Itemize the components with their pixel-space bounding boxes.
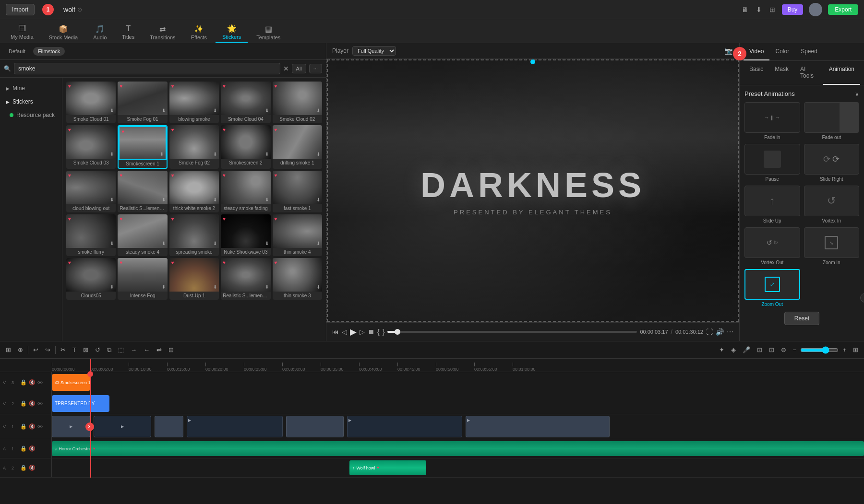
- tab-effects[interactable]: ✨ Effects: [184, 22, 214, 43]
- anim-item-slide-up[interactable]: ↑ Slide Up: [744, 186, 800, 223]
- mark-out-button[interactable]: }: [383, 328, 385, 336]
- forward-button[interactable]: →: [129, 345, 139, 354]
- copy-button[interactable]: ⧉: [105, 345, 113, 355]
- sticker-item-25[interactable]: ♥⬇thin smoke 3: [273, 258, 322, 300]
- track-v2-eye[interactable]: 👁: [37, 401, 43, 407]
- text-button[interactable]: T: [71, 345, 78, 354]
- zoom-out-tl-button[interactable]: −: [791, 345, 799, 354]
- sticker-item-14[interactable]: ♥⬇steady smoke fading: [221, 171, 270, 212]
- frame-forward-button[interactable]: ▷: [360, 328, 365, 336]
- video-segment-6[interactable]: ▶: [347, 416, 462, 437]
- sticker-item-5[interactable]: ♥⬇Smoke Cloud 02: [273, 82, 322, 123]
- track-a2-lock[interactable]: 🔒: [20, 465, 27, 471]
- sticker-item-2[interactable]: ♥⬇Smoke Fog 01: [118, 82, 167, 123]
- sticker-item-18[interactable]: ♥⬇spreading smoke: [169, 214, 219, 256]
- anim-item-zoom-in[interactable]: ⤡ Zoom In: [804, 227, 860, 265]
- magnet-button[interactable]: ⊕: [16, 345, 25, 354]
- frame-back-button[interactable]: ◁: [342, 328, 347, 336]
- grid-view-button[interactable]: ⊞: [851, 345, 860, 354]
- sticker-item-4[interactable]: ♥⬇Smoke Cloud 04: [221, 82, 270, 123]
- right-tab-speed[interactable]: Speed: [795, 43, 823, 60]
- mark-in-button[interactable]: {: [377, 328, 380, 336]
- track-a1-mute[interactable]: 🔇: [29, 445, 36, 452]
- play-button[interactable]: ▶: [350, 327, 357, 337]
- text-clip[interactable]: T PRESENTED BY: [52, 395, 109, 412]
- tab-titles[interactable]: T Titles: [115, 22, 141, 43]
- sticker-item-22[interactable]: ♥⬇Intense Fog: [118, 258, 167, 300]
- mirror-button[interactable]: ⇌: [155, 345, 164, 354]
- buy-button[interactable]: Buy: [782, 4, 804, 15]
- import-button[interactable]: Import: [6, 4, 35, 15]
- monitor-icon[interactable]: 🖥: [741, 5, 749, 14]
- pip-button[interactable]: ⊡: [767, 345, 776, 354]
- anim-item-zoom-out[interactable]: ⤢ Zoom Out: [744, 269, 800, 307]
- zoom-in-tl-button[interactable]: +: [840, 345, 848, 354]
- track-v1-mute[interactable]: 🔇: [29, 423, 36, 430]
- undo-button[interactable]: ↩: [31, 345, 40, 354]
- video-segment-2[interactable]: ▶: [94, 416, 151, 437]
- sticker-item-7[interactable]: ♥⬇Smokescreen 1: [118, 125, 167, 169]
- remove-audio-button[interactable]: ⊖: [779, 345, 788, 354]
- screenshot-button[interactable]: 📷: [723, 46, 733, 56]
- sticker-item-23[interactable]: ♥⬇Dust-Up 1: [169, 258, 219, 300]
- sub-tab-ai-tools[interactable]: AI Tools: [794, 61, 823, 85]
- sticker-item-13[interactable]: ♥⬇thick white smoke 2: [169, 171, 219, 212]
- sticker-item-15[interactable]: ♥⬇fast smoke 1: [273, 171, 322, 212]
- preset-collapse-button[interactable]: ∨: [855, 91, 859, 97]
- sticker-item-20[interactable]: ♥⬇thin smoke 4: [273, 214, 322, 256]
- tab-filmstock[interactable]: Filmstock: [33, 47, 65, 56]
- sidebar-item-mine[interactable]: ▶ Mine: [0, 82, 62, 95]
- search-input[interactable]: [14, 63, 280, 74]
- quality-select[interactable]: Full Quality Half Quality: [352, 46, 396, 56]
- track-v1-eye[interactable]: 👁: [37, 424, 43, 430]
- wolf-howl-clip[interactable]: ♪ Wolf howl ♥: [349, 460, 426, 475]
- speaker-button[interactable]: 🔊: [716, 328, 724, 336]
- right-tab-video[interactable]: Video: [744, 43, 769, 60]
- transform-button[interactable]: ⊠: [81, 345, 90, 354]
- sticker-item-19[interactable]: ♥⬇Nuke Shockwave 03: [221, 214, 270, 256]
- loop-button[interactable]: ↺: [93, 345, 102, 354]
- frame-button[interactable]: ⬚: [116, 345, 126, 354]
- more-controls-button[interactable]: ⋯: [727, 328, 733, 336]
- layout-icon[interactable]: ⊞: [768, 5, 776, 14]
- anim-item-pause[interactable]: Pause: [744, 144, 800, 182]
- reset-button[interactable]: Reset: [784, 312, 819, 325]
- track-v2-mute[interactable]: 🔇: [29, 400, 36, 407]
- video-segment-5[interactable]: [286, 416, 344, 437]
- download-icon[interactable]: ⬇: [755, 5, 763, 14]
- sticker-item-21[interactable]: ♥⬇Clouds05: [66, 258, 116, 300]
- track-v3-eye[interactable]: 👁: [37, 380, 43, 386]
- effects-button[interactable]: ✦: [717, 345, 726, 354]
- tab-stock-media[interactable]: 📦 Stock Media: [42, 22, 85, 43]
- track-v3-mute[interactable]: 🔇: [29, 379, 36, 386]
- redo-button[interactable]: ↪: [43, 345, 52, 354]
- track-v3-lock[interactable]: 🔒: [20, 379, 27, 386]
- export-frame-button[interactable]: ⊡: [755, 345, 764, 354]
- sub-tab-animation[interactable]: Animation: [823, 61, 860, 85]
- anim-item-slide-right[interactable]: ⟳ ⟳ Slide Right: [804, 144, 860, 182]
- sub-tab-mask[interactable]: Mask: [769, 61, 794, 85]
- tab-transitions[interactable]: ⇄ Transitions: [143, 22, 182, 43]
- anim-item-fade-in[interactable]: → || → Fade in: [744, 102, 800, 140]
- tab-my-media[interactable]: 🎞 My Media: [4, 22, 40, 43]
- video-segment-1[interactable]: ▶: [52, 416, 90, 437]
- cut-button[interactable]: ✂: [59, 345, 68, 354]
- tab-stickers[interactable]: 🌟 Stickers: [216, 22, 248, 43]
- tab-templates[interactable]: ▦ Templates: [250, 22, 287, 43]
- sticker-item-9[interactable]: ♥⬇Smokescreen 2: [221, 125, 270, 169]
- anim-item-vortex-in[interactable]: ↺ Vortex In: [804, 186, 860, 223]
- sticker-item-1[interactable]: ♥⬇Smoke Cloud 01: [66, 82, 116, 123]
- sticker-item-16[interactable]: ♥⬇smoke flurry: [66, 214, 116, 256]
- sticker-item-3[interactable]: ♥⬇blowing smoke: [169, 82, 219, 123]
- sticker-item-17[interactable]: ♥⬇steady smoke 4: [118, 214, 167, 256]
- sticker-item-24[interactable]: ♥⬇Realistic S...lement 06: [221, 258, 270, 300]
- anim-item-fade-out[interactable]: Fade out: [804, 102, 860, 140]
- sticker-item-10[interactable]: ♥⬇drifting smoke 1: [273, 125, 322, 169]
- tab-audio[interactable]: 🎵 Audio: [86, 22, 113, 43]
- fullscreen-button[interactable]: ⛶: [706, 328, 713, 336]
- audio-sep-button[interactable]: ⊟: [167, 345, 176, 354]
- sidebar-item-resource-pack[interactable]: Resource pack: [0, 108, 62, 122]
- sticker-item-11[interactable]: ♥⬇cloud blowing out: [66, 171, 116, 212]
- progress-bar[interactable]: [387, 331, 637, 333]
- tab-default[interactable]: Default: [4, 47, 30, 56]
